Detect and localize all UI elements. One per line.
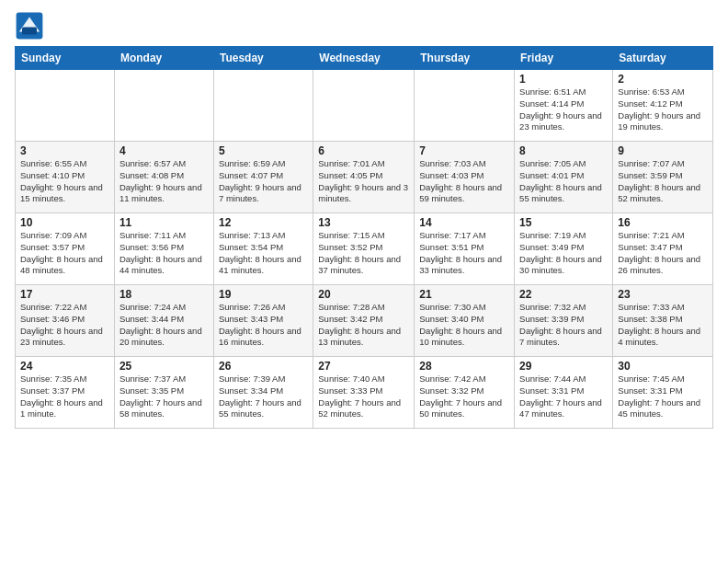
calendar-week-row: 10Sunrise: 7:09 AM Sunset: 3:57 PM Dayli… xyxy=(16,213,713,285)
weekday-header-wednesday: Wednesday xyxy=(313,47,415,70)
day-number: 15 xyxy=(519,216,608,229)
calendar-cell: 11Sunrise: 7:11 AM Sunset: 3:56 PM Dayli… xyxy=(114,213,213,285)
calendar-cell: 7Sunrise: 7:03 AM Sunset: 4:03 PM Daylig… xyxy=(415,142,515,213)
calendar-cell: 15Sunrise: 7:19 AM Sunset: 3:49 PM Dayli… xyxy=(515,213,613,285)
day-info: Sunrise: 6:59 AM Sunset: 4:07 PM Dayligh… xyxy=(219,158,308,205)
calendar-cell: 17Sunrise: 7:22 AM Sunset: 3:46 PM Dayli… xyxy=(16,285,115,357)
calendar-cell: 12Sunrise: 7:13 AM Sunset: 3:54 PM Dayli… xyxy=(213,213,313,285)
calendar-cell: 21Sunrise: 7:30 AM Sunset: 3:40 PM Dayli… xyxy=(415,285,515,357)
day-info: Sunrise: 7:19 AM Sunset: 3:49 PM Dayligh… xyxy=(519,230,608,277)
day-number: 28 xyxy=(419,360,509,373)
calendar-cell: 24Sunrise: 7:35 AM Sunset: 3:37 PM Dayli… xyxy=(16,357,115,429)
calendar-cell xyxy=(415,70,515,142)
day-info: Sunrise: 7:22 AM Sunset: 3:46 PM Dayligh… xyxy=(20,302,109,349)
calendar-cell: 27Sunrise: 7:40 AM Sunset: 3:33 PM Dayli… xyxy=(313,357,415,429)
day-number: 14 xyxy=(419,216,509,229)
day-number: 29 xyxy=(519,360,608,373)
day-number: 13 xyxy=(318,216,409,229)
calendar-cell xyxy=(313,70,415,142)
calendar-cell: 6Sunrise: 7:01 AM Sunset: 4:05 PM Daylig… xyxy=(313,142,415,213)
day-info: Sunrise: 7:09 AM Sunset: 3:57 PM Dayligh… xyxy=(20,230,109,277)
page-container: SundayMondayTuesdayWednesdayThursdayFrid… xyxy=(0,0,728,436)
day-info: Sunrise: 7:45 AM Sunset: 3:31 PM Dayligh… xyxy=(618,373,708,420)
day-number: 7 xyxy=(419,144,509,157)
day-number: 11 xyxy=(119,216,209,229)
day-number: 19 xyxy=(219,288,308,301)
calendar-cell: 8Sunrise: 7:05 AM Sunset: 4:01 PM Daylig… xyxy=(515,142,613,213)
day-info: Sunrise: 7:44 AM Sunset: 3:31 PM Dayligh… xyxy=(519,373,608,420)
day-number: 20 xyxy=(318,288,409,301)
calendar-cell: 13Sunrise: 7:15 AM Sunset: 3:52 PM Dayli… xyxy=(313,213,415,285)
day-number: 1 xyxy=(519,73,608,86)
calendar-cell: 4Sunrise: 6:57 AM Sunset: 4:08 PM Daylig… xyxy=(114,142,213,213)
day-number: 25 xyxy=(119,360,209,373)
weekday-header-friday: Friday xyxy=(515,47,613,70)
day-info: Sunrise: 7:42 AM Sunset: 3:32 PM Dayligh… xyxy=(419,373,509,420)
day-number: 2 xyxy=(618,73,708,86)
calendar-cell: 16Sunrise: 7:21 AM Sunset: 3:47 PM Dayli… xyxy=(613,213,713,285)
day-info: Sunrise: 7:33 AM Sunset: 3:38 PM Dayligh… xyxy=(618,302,708,349)
day-number: 3 xyxy=(20,144,109,157)
calendar-cell xyxy=(213,70,313,142)
day-number: 24 xyxy=(20,360,109,373)
weekday-header-monday: Monday xyxy=(114,47,213,70)
calendar-cell: 19Sunrise: 7:26 AM Sunset: 3:43 PM Dayli… xyxy=(213,285,313,357)
weekday-header-sunday: Sunday xyxy=(16,47,115,70)
day-info: Sunrise: 7:40 AM Sunset: 3:33 PM Dayligh… xyxy=(318,373,409,420)
day-info: Sunrise: 7:39 AM Sunset: 3:34 PM Dayligh… xyxy=(219,373,308,420)
day-info: Sunrise: 7:13 AM Sunset: 3:54 PM Dayligh… xyxy=(219,230,308,277)
day-number: 5 xyxy=(219,144,308,157)
calendar-cell: 1Sunrise: 6:51 AM Sunset: 4:14 PM Daylig… xyxy=(515,70,613,142)
calendar-week-row: 1Sunrise: 6:51 AM Sunset: 4:14 PM Daylig… xyxy=(16,70,713,142)
day-info: Sunrise: 7:28 AM Sunset: 3:42 PM Dayligh… xyxy=(318,302,409,349)
day-info: Sunrise: 7:01 AM Sunset: 4:05 PM Dayligh… xyxy=(318,158,409,205)
calendar-cell: 29Sunrise: 7:44 AM Sunset: 3:31 PM Dayli… xyxy=(515,357,613,429)
calendar-cell: 25Sunrise: 7:37 AM Sunset: 3:35 PM Dayli… xyxy=(114,357,213,429)
day-info: Sunrise: 7:17 AM Sunset: 3:51 PM Dayligh… xyxy=(419,230,509,277)
calendar-cell: 20Sunrise: 7:28 AM Sunset: 3:42 PM Dayli… xyxy=(313,285,415,357)
day-info: Sunrise: 7:26 AM Sunset: 3:43 PM Dayligh… xyxy=(219,302,308,349)
calendar-week-row: 3Sunrise: 6:55 AM Sunset: 4:10 PM Daylig… xyxy=(16,142,713,213)
day-info: Sunrise: 6:51 AM Sunset: 4:14 PM Dayligh… xyxy=(519,86,608,133)
day-info: Sunrise: 7:03 AM Sunset: 4:03 PM Dayligh… xyxy=(419,158,509,205)
weekday-header-thursday: Thursday xyxy=(415,47,515,70)
day-number: 6 xyxy=(318,144,409,157)
header xyxy=(15,11,713,40)
day-number: 30 xyxy=(618,360,708,373)
day-number: 16 xyxy=(618,216,708,229)
day-info: Sunrise: 6:55 AM Sunset: 4:10 PM Dayligh… xyxy=(20,158,109,205)
calendar-week-row: 17Sunrise: 7:22 AM Sunset: 3:46 PM Dayli… xyxy=(16,285,713,357)
calendar-cell: 22Sunrise: 7:32 AM Sunset: 3:39 PM Dayli… xyxy=(515,285,613,357)
day-info: Sunrise: 7:15 AM Sunset: 3:52 PM Dayligh… xyxy=(318,230,409,277)
day-info: Sunrise: 6:57 AM Sunset: 4:08 PM Dayligh… xyxy=(119,158,209,205)
weekday-header-tuesday: Tuesday xyxy=(213,47,313,70)
calendar-cell: 10Sunrise: 7:09 AM Sunset: 3:57 PM Dayli… xyxy=(16,213,115,285)
logo-icon xyxy=(15,11,44,40)
svg-rect-2 xyxy=(22,28,37,35)
day-number: 8 xyxy=(519,144,608,157)
weekday-header-saturday: Saturday xyxy=(613,47,713,70)
calendar-header-row: SundayMondayTuesdayWednesdayThursdayFrid… xyxy=(16,47,713,70)
day-info: Sunrise: 7:21 AM Sunset: 3:47 PM Dayligh… xyxy=(618,230,708,277)
day-number: 17 xyxy=(20,288,109,301)
day-info: Sunrise: 7:07 AM Sunset: 3:59 PM Dayligh… xyxy=(618,158,708,205)
day-info: Sunrise: 7:30 AM Sunset: 3:40 PM Dayligh… xyxy=(419,302,509,349)
day-info: Sunrise: 7:24 AM Sunset: 3:44 PM Dayligh… xyxy=(119,302,209,349)
calendar-cell: 23Sunrise: 7:33 AM Sunset: 3:38 PM Dayli… xyxy=(613,285,713,357)
day-info: Sunrise: 7:35 AM Sunset: 3:37 PM Dayligh… xyxy=(20,373,109,420)
day-number: 23 xyxy=(618,288,708,301)
calendar-cell: 18Sunrise: 7:24 AM Sunset: 3:44 PM Dayli… xyxy=(114,285,213,357)
calendar-cell: 26Sunrise: 7:39 AM Sunset: 3:34 PM Dayli… xyxy=(213,357,313,429)
day-number: 10 xyxy=(20,216,109,229)
day-info: Sunrise: 6:53 AM Sunset: 4:12 PM Dayligh… xyxy=(618,86,708,133)
day-info: Sunrise: 7:11 AM Sunset: 3:56 PM Dayligh… xyxy=(119,230,209,277)
day-number: 21 xyxy=(419,288,509,301)
calendar-week-row: 24Sunrise: 7:35 AM Sunset: 3:37 PM Dayli… xyxy=(16,357,713,429)
day-number: 4 xyxy=(119,144,209,157)
day-info: Sunrise: 7:32 AM Sunset: 3:39 PM Dayligh… xyxy=(519,302,608,349)
calendar-cell xyxy=(114,70,213,142)
calendar-cell: 30Sunrise: 7:45 AM Sunset: 3:31 PM Dayli… xyxy=(613,357,713,429)
day-info: Sunrise: 7:37 AM Sunset: 3:35 PM Dayligh… xyxy=(119,373,209,420)
calendar-cell: 14Sunrise: 7:17 AM Sunset: 3:51 PM Dayli… xyxy=(415,213,515,285)
calendar-table: SundayMondayTuesdayWednesdayThursdayFrid… xyxy=(15,46,713,429)
